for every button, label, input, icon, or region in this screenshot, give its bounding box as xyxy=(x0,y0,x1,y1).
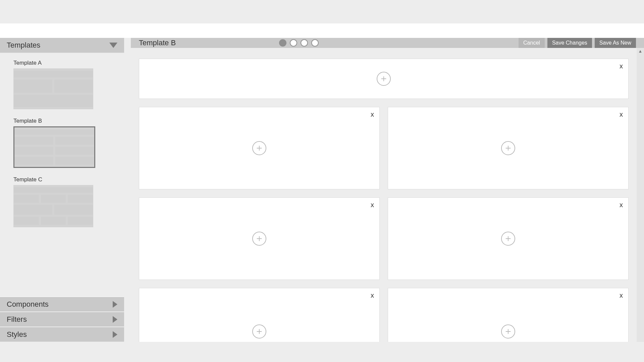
add-button[interactable] xyxy=(252,232,266,246)
add-button[interactable] xyxy=(501,141,515,155)
page-title: Template B xyxy=(139,39,176,47)
app-top-bar xyxy=(0,0,644,23)
scroll-up-icon[interactable]: ▲ xyxy=(638,49,643,54)
save-changes-button[interactable]: Save Changes xyxy=(547,38,592,48)
template-thumbnail xyxy=(13,68,93,109)
sidebar-filters-label: Filters xyxy=(7,315,27,324)
page-stepper xyxy=(279,39,319,47)
add-button[interactable] xyxy=(377,72,391,86)
step-dot-3[interactable] xyxy=(301,39,308,47)
layout-slot[interactable]: x xyxy=(139,197,380,280)
template-thumbnail-selected xyxy=(13,126,95,168)
template-label: Template A xyxy=(13,60,124,66)
layout-slot[interactable]: x xyxy=(388,197,629,280)
template-label: Template B xyxy=(13,118,124,124)
sidebar: Templates Template A Template B xyxy=(0,38,124,342)
step-dot-2[interactable] xyxy=(290,39,297,47)
template-item-c[interactable]: Template C xyxy=(0,175,124,234)
header-buttons: Cancel Save Changes Save As New xyxy=(519,38,636,48)
step-dot-1[interactable] xyxy=(279,39,286,47)
app-toolbar-strip xyxy=(0,23,644,38)
vertical-scrollbar[interactable]: ▲ ▼ xyxy=(637,48,644,362)
chevron-down-icon xyxy=(109,43,117,48)
close-icon[interactable]: x xyxy=(620,62,623,70)
sidebar-templates-label: Templates xyxy=(7,41,40,50)
app-bottom-bar xyxy=(0,342,644,362)
template-item-a[interactable]: Template A xyxy=(0,58,124,116)
sidebar-styles-header[interactable]: Styles xyxy=(0,327,124,342)
main-panel: Template B Cancel Save Changes Save As N… xyxy=(131,38,644,342)
layout-slot[interactable]: x xyxy=(139,107,380,189)
sidebar-components-header[interactable]: Components xyxy=(0,297,124,312)
close-icon[interactable]: x xyxy=(371,292,374,299)
canvas-row-3: x x xyxy=(139,288,629,345)
layout-canvas: x x xyxy=(131,48,637,362)
add-button[interactable] xyxy=(252,324,266,339)
template-label: Template C xyxy=(13,176,124,183)
canvas-row-header: x xyxy=(139,59,629,99)
add-button[interactable] xyxy=(501,232,515,246)
sidebar-filters-header[interactable]: Filters xyxy=(0,312,124,327)
sidebar-styles-label: Styles xyxy=(7,330,27,339)
sidebar-collapsed-panels: Components Filters Styles xyxy=(0,297,124,342)
workspace: Templates Template A Template B xyxy=(0,38,644,342)
save-as-new-button[interactable]: Save As New xyxy=(595,38,636,48)
close-icon[interactable]: x xyxy=(620,201,623,209)
chevron-right-icon xyxy=(113,331,117,338)
close-icon[interactable]: x xyxy=(620,292,623,299)
chevron-right-icon xyxy=(113,316,117,323)
plus-icon xyxy=(380,75,387,82)
template-thumbnail xyxy=(13,185,93,227)
sidebar-templates-header[interactable]: Templates xyxy=(0,38,124,53)
plus-icon xyxy=(256,328,263,335)
step-dot-4[interactable] xyxy=(311,39,319,47)
templates-list: Template A Template B Template C xyxy=(0,53,124,297)
plus-icon xyxy=(504,328,512,335)
add-button[interactable] xyxy=(501,324,515,339)
layout-slot[interactable]: x xyxy=(388,107,629,189)
close-icon[interactable]: x xyxy=(371,111,374,118)
sidebar-components-label: Components xyxy=(7,300,49,309)
layout-slot[interactable]: x xyxy=(388,288,629,345)
plus-icon xyxy=(256,144,263,152)
layout-slot[interactable]: x xyxy=(139,288,380,345)
plus-icon xyxy=(256,235,263,242)
add-button[interactable] xyxy=(252,141,266,155)
chevron-right-icon xyxy=(113,301,117,308)
plus-icon xyxy=(504,235,512,242)
close-icon[interactable]: x xyxy=(620,111,623,118)
template-item-b[interactable]: Template B xyxy=(0,116,124,175)
canvas-row-2: x x xyxy=(139,197,629,280)
layout-slot[interactable]: x xyxy=(139,59,629,99)
canvas-row-1: x x xyxy=(139,107,629,189)
plus-icon xyxy=(504,144,512,152)
main-header: Template B Cancel Save Changes Save As N… xyxy=(131,38,644,48)
close-icon[interactable]: x xyxy=(371,201,374,209)
cancel-button[interactable]: Cancel xyxy=(519,38,545,48)
